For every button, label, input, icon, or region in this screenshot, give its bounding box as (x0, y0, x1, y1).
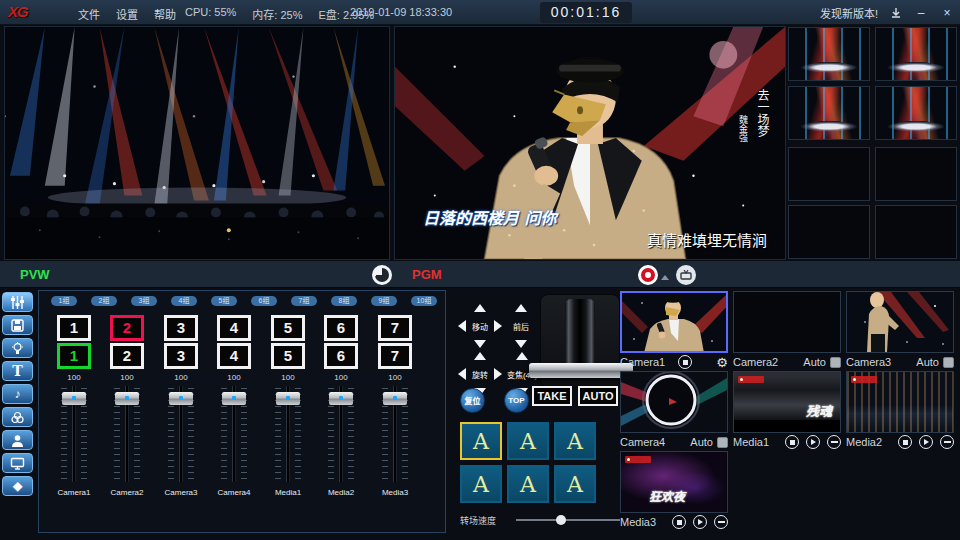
media1-play-icon[interactable] (806, 435, 820, 449)
sidebar-lighting-button[interactable] (2, 338, 33, 358)
media1-pause-icon[interactable] (827, 435, 841, 449)
pgm-select-button-3[interactable]: 3 (164, 315, 198, 341)
fader-handle[interactable] (383, 392, 407, 405)
auto-button[interactable]: AUTO (578, 386, 618, 406)
zoom-in-arrow[interactable] (516, 352, 528, 360)
camera1-thumbnail[interactable] (620, 291, 728, 353)
scene-thumbnail-4[interactable] (875, 86, 957, 140)
volume-fader-7[interactable] (380, 386, 410, 482)
camera1-stop-icon[interactable] (678, 355, 692, 369)
pattern-button-2[interactable]: A (507, 422, 549, 460)
pgm-select-button-5[interactable]: 5 (271, 315, 305, 341)
pgm-select-button-6[interactable]: 6 (324, 315, 358, 341)
scene-thumbnail-1[interactable] (788, 27, 870, 81)
group-button-10[interactable]: 10组 (411, 296, 437, 306)
pvw-select-button-5[interactable]: 5 (271, 343, 305, 369)
camera4-thumbnail[interactable] (620, 371, 728, 433)
pattern-button-1[interactable]: A (460, 422, 502, 460)
group-button-6[interactable]: 6组 (251, 296, 277, 306)
scene-thumbnail-empty-4[interactable] (875, 205, 957, 259)
record-button[interactable] (638, 265, 658, 285)
media3-stop-icon[interactable] (672, 515, 686, 529)
top-button[interactable]: TOP (504, 388, 529, 413)
pattern-button-4[interactable]: A (460, 465, 502, 503)
scene-thumbnail-3[interactable] (788, 86, 870, 140)
reset-button[interactable]: 复位 (460, 388, 485, 413)
pvw-select-button-3[interactable]: 3 (164, 343, 198, 369)
timer-toggle-button[interactable] (372, 265, 392, 285)
transition-speed-slider[interactable] (516, 519, 620, 521)
group-button-5[interactable]: 5组 (211, 296, 237, 306)
rotate-left-arrow[interactable] (458, 368, 466, 380)
record-options-caret[interactable] (661, 275, 669, 280)
media3-thumbnail[interactable]: 狂欢夜 (620, 451, 728, 513)
media1-thumbnail[interactable]: 残魂 (733, 371, 841, 433)
close-button[interactable]: × (940, 6, 954, 20)
group-button-3[interactable]: 3组 (131, 296, 157, 306)
update-download-icon[interactable] (890, 7, 902, 19)
transition-speed-knob[interactable] (556, 515, 566, 525)
sidebar-save-button[interactable] (2, 315, 33, 335)
group-button-7[interactable]: 7组 (291, 296, 317, 306)
camera2-auto-checkbox[interactable] (830, 357, 841, 368)
scene-thumbnail-empty-1[interactable] (788, 147, 870, 201)
pvw-select-button-7[interactable]: 7 (378, 343, 412, 369)
pvw-monitor[interactable] (4, 26, 390, 260)
fader-handle[interactable] (276, 392, 300, 405)
move-down-arrow[interactable] (474, 340, 486, 348)
volume-fader-2[interactable] (112, 386, 142, 482)
volume-fader-1[interactable] (59, 386, 89, 482)
pvw-select-button-1[interactable]: 1 (57, 343, 91, 369)
media2-play-icon[interactable] (919, 435, 933, 449)
move-left-arrow[interactable] (458, 320, 466, 332)
menu-help[interactable]: 帮助 (154, 6, 176, 22)
sidebar-audio-button[interactable]: ♪ (2, 384, 33, 404)
media3-pause-icon[interactable] (714, 515, 728, 529)
group-button-4[interactable]: 4组 (171, 296, 197, 306)
fader-handle[interactable] (222, 392, 246, 405)
take-button[interactable]: TAKE (532, 386, 572, 406)
menu-file[interactable]: 文件 (78, 6, 100, 22)
fader-handle[interactable] (329, 392, 353, 405)
fader-handle[interactable] (115, 392, 139, 405)
pvw-select-button-2[interactable]: 2 (110, 343, 144, 369)
back-arrow[interactable] (515, 340, 527, 348)
pgm-select-button-2[interactable]: 2 (110, 315, 144, 341)
volume-fader-3[interactable] (166, 386, 196, 482)
media2-thumbnail[interactable] (846, 371, 954, 433)
move-right-arrow[interactable] (494, 320, 502, 332)
sidebar-color-button[interactable] (2, 407, 33, 427)
pgm-select-button-7[interactable]: 7 (378, 315, 412, 341)
fader-handle[interactable] (62, 392, 86, 405)
pattern-button-5[interactable]: A (507, 465, 549, 503)
pvw-select-button-6[interactable]: 6 (324, 343, 358, 369)
camera3-auto-checkbox[interactable] (943, 357, 954, 368)
sidebar-audio-mixer-button[interactable] (2, 292, 33, 312)
media3-play-icon[interactable] (693, 515, 707, 529)
group-button-1[interactable]: 1组 (51, 296, 77, 306)
camera2-thumbnail[interactable] (733, 291, 841, 353)
volume-fader-5[interactable] (273, 386, 303, 482)
camera3-thumbnail[interactable] (846, 291, 954, 353)
t-bar-handle[interactable] (529, 363, 633, 378)
scene-thumbnail-2[interactable] (875, 27, 957, 81)
menu-settings[interactable]: 设置 (116, 6, 138, 22)
scene-thumbnail-empty-3[interactable] (788, 205, 870, 259)
volume-fader-6[interactable] (326, 386, 356, 482)
pgm-monitor[interactable]: 日落的西楼月 问你 真情难填埋无情涧 魏金强 去一场梦 (394, 26, 786, 260)
pvw-select-button-4[interactable]: 4 (217, 343, 251, 369)
minimize-button[interactable]: – (914, 6, 928, 20)
sidebar-display-button[interactable] (2, 453, 33, 473)
camera4-auto-checkbox[interactable] (717, 437, 728, 448)
pattern-button-6[interactable]: A (554, 465, 596, 503)
media2-pause-icon[interactable] (940, 435, 954, 449)
sidebar-text-button[interactable]: T (2, 361, 33, 381)
media2-stop-icon[interactable] (898, 435, 912, 449)
sidebar-user-button[interactable] (2, 430, 33, 450)
media1-stop-icon[interactable] (785, 435, 799, 449)
front-arrow[interactable] (515, 304, 527, 312)
update-notice-link[interactable]: 发现新版本! (820, 5, 878, 21)
group-button-9[interactable]: 9组 (371, 296, 397, 306)
stream-output-button[interactable] (676, 265, 696, 285)
volume-fader-4[interactable] (219, 386, 249, 482)
